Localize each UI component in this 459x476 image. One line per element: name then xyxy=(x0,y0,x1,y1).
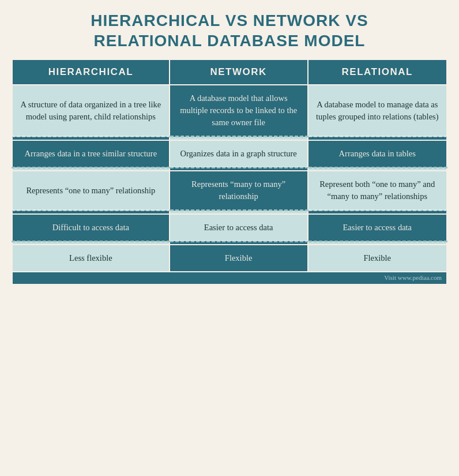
col1-header: HIERARCHICAL xyxy=(12,59,170,85)
watermark-text: Visit www.pediaa.com xyxy=(12,272,447,284)
table-cell: Arranges data in a tree similar structur… xyxy=(12,140,170,168)
table-cell: Flexible xyxy=(170,245,308,272)
table-cell: Less flexible xyxy=(12,245,170,272)
comparison-table: HIERARCHICAL NETWORK RELATIONAL A struct… xyxy=(12,59,447,285)
table-row: Less flexibleFlexibleFlexible xyxy=(12,245,447,272)
table-cell: A database model to manage data as tuple… xyxy=(308,85,447,137)
table-cell: Easier to access data xyxy=(170,214,308,242)
table-row: A structure of data organized in a tree … xyxy=(12,85,447,137)
table-cell: A structure of data organized in a tree … xyxy=(12,85,170,137)
table-cell: Represent both “one to many” and “many t… xyxy=(308,171,447,211)
watermark-row: Visit www.pediaa.com xyxy=(12,272,447,284)
table-cell: Easier to access data xyxy=(308,214,447,242)
table-cell: Difficult to access data xyxy=(12,214,170,242)
table-cell: Organizes data in a graph structure xyxy=(170,140,308,168)
table-row: Arranges data in a tree similar structur… xyxy=(12,140,447,168)
col2-header: NETWORK xyxy=(170,59,308,85)
col3-header: RELATIONAL xyxy=(308,59,447,85)
column-header-row: HIERARCHICAL NETWORK RELATIONAL xyxy=(12,59,447,85)
table-cell: Represents “many to many” relationship xyxy=(170,171,308,211)
table-cell: A database model that allows multiple re… xyxy=(170,85,308,137)
table-row: Difficult to access dataEasier to access… xyxy=(12,214,447,242)
main-title: HIERARCHICAL VS NETWORK VS RELATIONAL DA… xyxy=(91,10,368,51)
table-row: Represents “one to many” relationshipRep… xyxy=(12,171,447,211)
table-cell: Arranges data in tables xyxy=(308,140,447,168)
table-cell: Represents “one to many” relationship xyxy=(12,171,170,211)
table-cell: Flexible xyxy=(308,245,447,272)
